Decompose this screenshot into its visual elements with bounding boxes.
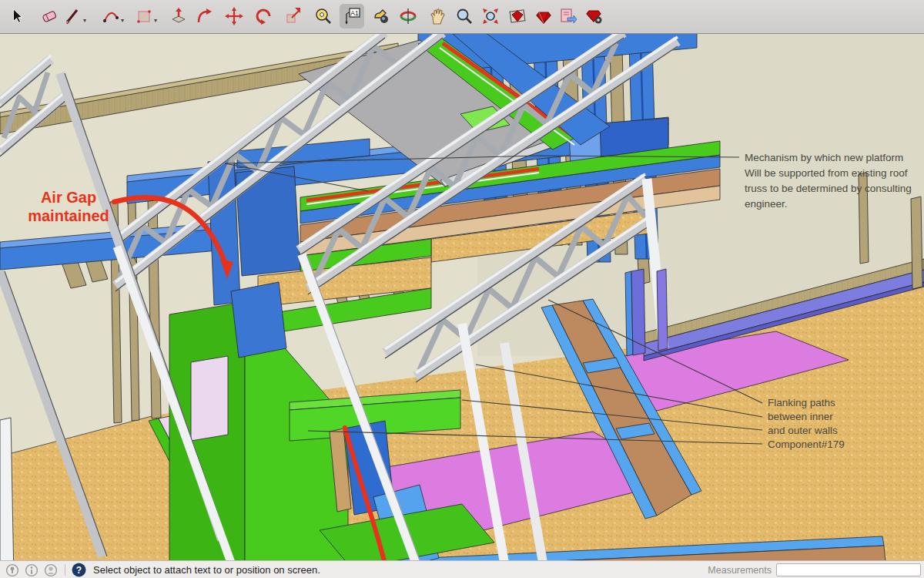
line-dropdown-caret[interactable]: ▾ [83, 17, 86, 24]
arc-tool-button[interactable]: ▾ [99, 4, 123, 29]
svg-text:and outer walls: and outer walls [768, 425, 838, 436]
arc-icon [102, 7, 120, 25]
scale-tool-button[interactable] [281, 4, 306, 29]
sketchup-window: Air Gap maintained Mechanism by which ne… [0, 0, 924, 578]
push-pull-tool-button[interactable] [166, 4, 191, 29]
measurements-label: Measurements [708, 565, 772, 576]
move-icon [225, 7, 243, 25]
extension-box-button[interactable] [505, 4, 530, 29]
svg-text:?: ? [76, 565, 82, 576]
rotate-icon [254, 7, 273, 25]
svg-text:between inner: between inner [768, 411, 833, 422]
svg-text:Flanking paths: Flanking paths [768, 397, 835, 408]
text-icon: A1 [342, 6, 362, 26]
line-tool-button[interactable]: ▾ [61, 4, 85, 29]
move-tool-button[interactable] [222, 4, 246, 29]
svg-text:Mechanism by which new platfor: Mechanism by which new platform [745, 152, 903, 163]
person-icon[interactable] [44, 563, 58, 577]
zoom-extents-icon [481, 7, 500, 25]
zoom-extents-tool-button[interactable] [478, 4, 503, 29]
orbit-icon [399, 7, 417, 25]
statusbar-separator [65, 564, 65, 576]
pan-hand-icon [428, 7, 447, 25]
pencil-icon [64, 7, 82, 25]
help-icon[interactable]: ? [72, 563, 86, 577]
paint-bucket-tool-button[interactable] [369, 4, 393, 29]
svg-text:A1: A1 [350, 9, 359, 17]
pan-tool-button[interactable] [425, 4, 450, 29]
plugin-gem-icon [534, 7, 553, 25]
follow-me-tool-button[interactable] [192, 4, 217, 29]
text-tool-button[interactable]: A1 [340, 4, 364, 29]
extension-gem-button[interactable] [531, 4, 556, 29]
measurements-input[interactable] [776, 563, 921, 576]
plugin-box-icon [508, 7, 527, 25]
svg-text:Component#179: Component#179 [768, 439, 845, 450]
model-viewport[interactable]: Air Gap maintained Mechanism by which ne… [0, 0, 924, 578]
select-icon [8, 8, 25, 25]
follow-me-icon [196, 7, 214, 25]
toolbar: ▾ ▾ ▾ A1 [0, 0, 924, 34]
svg-text:engineer.: engineer. [745, 198, 788, 210]
status-message: Select object to attach text to or posit… [93, 564, 320, 576]
paint-bucket-icon [372, 7, 390, 25]
plugin-gear-icon [585, 7, 604, 25]
status-bar: ? Select object to attach text to or pos… [0, 560, 924, 578]
eraser-tool-button[interactable] [37, 4, 62, 29]
rotate-tool-button[interactable] [251, 4, 276, 29]
svg-text:Will be supported from existin: Will be supported from existing roof [745, 167, 908, 179]
rectangle-icon [135, 7, 153, 25]
rectangle-tool-button[interactable]: ▾ [132, 4, 156, 29]
tape-measure-tool-button[interactable] [310, 4, 335, 29]
air-gap-line1: Air Gap [41, 189, 96, 206]
air-gap-line2: maintained [28, 207, 109, 224]
zoom-icon [455, 7, 474, 25]
select-tool-button[interactable] [5, 4, 29, 29]
extension-sheet-button[interactable] [555, 4, 580, 29]
geolocation-icon[interactable] [5, 563, 19, 577]
tape-measure-icon [313, 7, 332, 25]
push-pull-icon [169, 7, 188, 25]
info-icon[interactable] [25, 563, 38, 577]
zoom-tool-button[interactable] [452, 4, 477, 29]
plugin-sheet-icon [558, 7, 577, 25]
orbit-tool-button[interactable] [396, 4, 420, 29]
eraser-icon [40, 7, 59, 25]
scale-icon [284, 7, 303, 25]
extension-gear-button[interactable] [582, 4, 607, 29]
svg-text:truss to be determined by cons: truss to be determined by consulting [745, 183, 912, 194]
arc-dropdown-caret[interactable]: ▾ [121, 17, 124, 24]
rectangle-dropdown-caret[interactable]: ▾ [154, 17, 157, 24]
